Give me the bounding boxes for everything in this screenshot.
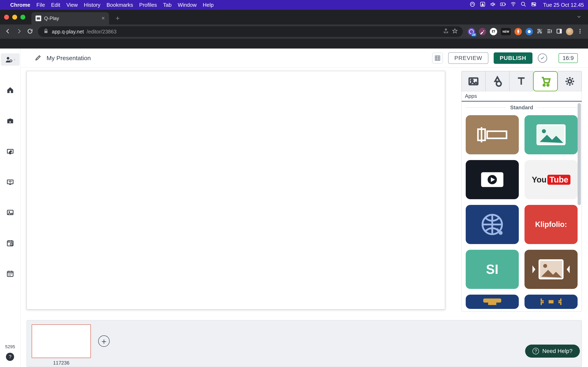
rp-tab-image[interactable] xyxy=(462,71,485,91)
svg-point-45 xyxy=(542,129,546,133)
extension-orange-icon[interactable] xyxy=(515,28,522,35)
left-rail-schedule-item[interactable] xyxy=(4,237,16,249)
svg-point-35 xyxy=(9,275,10,276)
svg-rect-24 xyxy=(7,180,13,184)
mac-datetime[interactable]: Tue 25 Oct 12.45 xyxy=(543,2,584,8)
app-tile-web[interactable] xyxy=(466,205,519,244)
publish-button[interactable]: PUBLISH xyxy=(494,52,532,64)
extension-purple-icon[interactable]: 29 xyxy=(468,28,475,35)
mac-menu-history[interactable]: History xyxy=(84,2,100,8)
extension-eyedropper-icon[interactable] xyxy=(479,28,486,35)
mac-menu-bookmarks[interactable]: Bookmarks xyxy=(107,2,133,8)
window-minimize-button[interactable] xyxy=(12,15,17,20)
svg-point-18 xyxy=(580,31,581,32)
extension-blue-circle-icon[interactable] xyxy=(526,28,533,35)
left-rail-media-item[interactable] xyxy=(4,206,16,218)
nav-forward-button xyxy=(16,28,22,35)
app-tile-image[interactable] xyxy=(525,115,578,154)
slide-thumbnail-preview xyxy=(32,324,91,358)
left-rail-admin-item[interactable]: › xyxy=(1,53,20,66)
url-path: /editor/23863 xyxy=(87,29,117,35)
profile-avatar-icon[interactable] xyxy=(566,28,573,35)
chrome-window: Q-Play ✕ ＋ app.q-play.net/editor/23863 xyxy=(0,10,588,367)
tab-close-button[interactable]: ✕ xyxy=(101,16,105,21)
aspect-ratio-selector[interactable]: 16:9 xyxy=(559,53,578,63)
right-panel-tabs xyxy=(462,71,582,91)
app-tile-bar-partial[interactable] xyxy=(466,295,519,309)
bookmark-star-icon[interactable] xyxy=(452,28,458,35)
app-tile-qr-partial[interactable] xyxy=(525,295,578,309)
svg-point-17 xyxy=(580,29,581,30)
need-help-button[interactable]: ? Need Help? xyxy=(525,345,580,358)
left-rail-home-item[interactable] xyxy=(4,84,16,96)
spotlight-search-icon[interactable] xyxy=(521,1,526,8)
mac-menu-window[interactable]: Window xyxy=(178,2,196,8)
layout-grid-button[interactable] xyxy=(432,53,443,63)
preview-button[interactable]: PREVIEW xyxy=(448,52,488,64)
extensions-puzzle-icon[interactable] xyxy=(536,28,543,35)
left-rail-editor-item[interactable] xyxy=(4,145,16,157)
svg-point-5 xyxy=(521,2,525,5)
rp-tab-text[interactable] xyxy=(509,71,533,91)
status-check-icon[interactable] xyxy=(538,53,547,63)
mac-menubar: Chrome File Edit View History Bookmarks … xyxy=(0,0,588,10)
mac-menu-help[interactable]: Help xyxy=(203,2,214,8)
chrome-menu-button[interactable] xyxy=(577,28,583,35)
wifi-icon[interactable] xyxy=(510,1,516,8)
url-host: app.q-play.net xyxy=(52,29,84,35)
left-rail-help-button[interactable]: ? xyxy=(6,353,14,361)
extension-icons: 29 f? NEW xyxy=(468,28,583,35)
app-tile-si[interactable]: SI xyxy=(466,250,519,289)
browser-tab[interactable]: Q-Play ✕ xyxy=(31,12,109,25)
nav-back-button[interactable] xyxy=(5,28,11,35)
mac-app-name[interactable]: Chrome xyxy=(10,2,30,8)
add-slide-button[interactable]: ＋ xyxy=(98,335,110,347)
side-panel-icon[interactable] xyxy=(556,28,562,35)
app-tile-slideshow[interactable] xyxy=(525,250,578,289)
edit-title-button[interactable] xyxy=(35,54,42,62)
site-lock-icon[interactable] xyxy=(43,28,49,35)
extension-new-label[interactable]: NEW xyxy=(501,28,511,35)
left-rail-screens-item[interactable] xyxy=(4,176,16,188)
mac-menu-profiles[interactable]: Profiles xyxy=(139,2,157,8)
window-zoom-button[interactable] xyxy=(20,15,25,20)
url-omnibox[interactable]: app.q-play.net/editor/23863 xyxy=(38,26,463,37)
left-rail-video-box-item[interactable] xyxy=(4,115,16,127)
reading-list-icon[interactable] xyxy=(546,28,553,35)
svg-point-9 xyxy=(534,5,535,6)
extension-font-icon[interactable]: f? xyxy=(490,28,497,35)
svg-point-27 xyxy=(9,211,10,212)
mac-menu-file[interactable]: File xyxy=(36,2,45,8)
rp-tab-apps[interactable] xyxy=(533,71,558,91)
share-icon[interactable] xyxy=(443,28,449,35)
aspect-ratio-value: 16:9 xyxy=(563,55,574,61)
volume-muted-icon[interactable] xyxy=(490,1,496,8)
left-rail-calendar-item[interactable] xyxy=(4,267,16,280)
app-tile-youtube[interactable]: You Tube xyxy=(525,160,578,199)
right-panel-scrollbar[interactable] xyxy=(578,103,581,205)
slide-thumbnail[interactable]: 117236 xyxy=(32,324,91,366)
rp-tab-settings[interactable] xyxy=(558,71,582,91)
battery-charging-icon[interactable] xyxy=(500,1,506,8)
nav-reload-button[interactable] xyxy=(27,28,33,35)
app-tile-video[interactable] xyxy=(466,160,519,199)
new-tab-button[interactable]: ＋ xyxy=(114,14,121,23)
left-rail-expand-icon: › xyxy=(14,58,15,61)
svg-point-31 xyxy=(8,274,9,275)
creative-cloud-icon[interactable] xyxy=(470,1,475,8)
tab-overflow-button[interactable] xyxy=(576,14,582,20)
slide-canvas[interactable] xyxy=(26,71,445,309)
rp-tab-shapes[interactable] xyxy=(485,71,509,91)
window-close-button[interactable] xyxy=(4,15,9,20)
mac-menu-view[interactable]: View xyxy=(66,2,78,8)
status-square-icon[interactable] xyxy=(480,1,485,8)
control-center-icon[interactable] xyxy=(531,1,536,8)
mac-menu-edit[interactable]: Edit xyxy=(51,2,60,8)
app-tile-klipfolio[interactable]: Klipfolio: xyxy=(525,205,578,244)
mac-menu-tab[interactable]: Tab xyxy=(163,2,172,8)
presentation-title[interactable]: My Presentation xyxy=(47,55,91,62)
svg-point-0 xyxy=(470,2,475,6)
app-tile-text[interactable] xyxy=(466,115,519,154)
editor-toolbar: My Presentation PREVIEW PUBLISH 16:9 xyxy=(20,49,588,68)
klipfolio-label: Klipfolio: xyxy=(535,220,567,229)
